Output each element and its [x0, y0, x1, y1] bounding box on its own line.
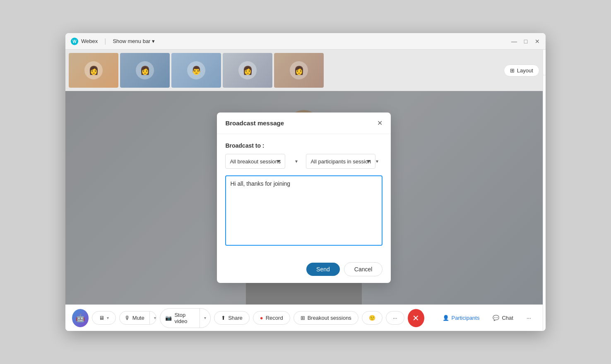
record-label: Record — [266, 315, 283, 321]
stop-video-button[interactable]: 📷 Stop video — [160, 309, 200, 328]
thumbnail-3[interactable]: 👨 — [171, 53, 221, 88]
video-options-button[interactable]: ▾ — [200, 312, 210, 323]
main-content: 👩 👩 👨 👩 👩 ⊞ Layout — [65, 50, 546, 331]
share-label: Share — [228, 315, 243, 321]
menu-label: Show menu bar — [113, 38, 150, 44]
session-select-wrapper: All breakout sessions — [225, 154, 302, 169]
chat-icon: 💬 — [493, 315, 499, 321]
svg-text:W: W — [72, 39, 77, 44]
message-textarea[interactable]: Hi all, thanks for joining — [225, 175, 382, 246]
breakout-button[interactable]: ⊞ Breakout sessions — [293, 311, 358, 325]
modal-body: Broadcast to : All breakout sessions — [217, 134, 391, 256]
person-face-icon: 👩 — [136, 61, 154, 79]
emoji-icon: 🙂 — [369, 315, 375, 321]
record-icon: ● — [260, 315, 263, 321]
mute-control: 🎙 Mute ▾ — [119, 311, 157, 325]
participants-button[interactable]: 👤 Participants — [438, 311, 485, 324]
main-window: W Webex | Show menu bar ▾ — □ ✕ 👩 👩 — [65, 33, 546, 331]
toolbar: 🤖 🖥 ▾ 🎙 Mute ▾ 📷 Stop video — [65, 304, 543, 331]
person-face-icon: 👨 — [187, 61, 205, 79]
window-controls: — □ ✕ — [511, 38, 541, 45]
chat-label: Chat — [502, 315, 513, 321]
participant-select[interactable]: All participants in session — [306, 154, 375, 169]
modal-header: Broadcast message ✕ — [217, 113, 391, 134]
cancel-button[interactable]: Cancel — [344, 262, 383, 276]
modal-title: Broadcast message — [225, 120, 284, 127]
modal-overlay: Broadcast message ✕ Broadcast to : All b… — [65, 91, 543, 304]
layout-button[interactable]: ⊞ Layout — [504, 65, 539, 77]
minimize-button[interactable]: — — [511, 38, 517, 45]
session-select[interactable]: All breakout sessions — [225, 154, 285, 169]
session-group-3: ▾ Ask Marc (2/2) Join MG Marcus Grey CM … — [543, 181, 546, 224]
layout-icon: ⊞ — [510, 67, 515, 74]
more-icon: ··· — [393, 315, 397, 321]
broadcast-modal: Broadcast message ✕ Broadcast to : All b… — [217, 113, 391, 283]
sidebar-search-area: ≡ — [543, 75, 546, 94]
video-icon: 📷 — [165, 315, 172, 321]
modal-close-button[interactable]: ✕ — [377, 119, 382, 127]
toolbar-right: 👤 Participants 💬 Chat ··· — [438, 311, 536, 324]
breakout-label: Breakout sessions — [308, 315, 351, 321]
sidebar: ▾ Participants (15) ⊔ ✕ Main meeting Bre… — [543, 50, 546, 331]
thumbnail-2[interactable]: 👩 — [120, 53, 170, 88]
title-divider: | — [104, 38, 106, 45]
ai-button[interactable]: 🤖 — [72, 309, 89, 327]
thumbnail-5[interactable]: 👩 — [274, 53, 324, 88]
participants-list: ▾ Section Discussion (2/2) Join MR Maria… — [543, 94, 546, 331]
more-button[interactable]: ··· — [386, 311, 404, 325]
app-name: Webex — [81, 38, 98, 44]
more-right-button[interactable]: ··· — [522, 311, 536, 324]
more-right-icon: ··· — [527, 315, 531, 321]
webex-logo-icon: W — [70, 37, 79, 46]
emoji-button[interactable]: 🙂 — [362, 311, 382, 325]
video-display-arrow-icon: ▾ — [107, 316, 109, 320]
layout-label: Layout — [517, 67, 533, 74]
share-button[interactable]: ⬆ Share — [214, 311, 250, 325]
person-face-icon: 👩 — [290, 61, 308, 79]
session-group-1: ▾ Section Discussion (2/2) Join MR Maria… — [543, 96, 546, 139]
menu-chevron-icon: ▾ — [152, 38, 155, 44]
sidebar-tabs: Main meeting Breakout sessions — [543, 61, 546, 75]
close-button[interactable]: ✕ — [534, 38, 541, 45]
participants-label: Participants — [452, 315, 480, 321]
maximize-button[interactable]: □ — [522, 38, 529, 45]
modal-footer: Send Cancel — [217, 256, 391, 283]
mute-options-button[interactable]: ▾ — [150, 312, 157, 323]
mute-button[interactable]: 🎙 Mute — [120, 311, 150, 324]
mute-icon: 🎙 — [125, 315, 130, 321]
video-display-icon: 🖥 — [99, 315, 104, 321]
end-call-button[interactable]: ✕ — [408, 309, 424, 327]
send-button[interactable]: Send — [306, 263, 340, 276]
person-face-icon: 👩 — [84, 61, 103, 79]
session-group-2: ▾ Shared Resources (2/2) Join DL David L… — [543, 139, 546, 181]
show-menu-button[interactable]: Show menu bar ▾ — [113, 38, 155, 44]
record-button[interactable]: ● Record — [253, 311, 290, 325]
mute-label: Mute — [132, 315, 144, 321]
participant-select-wrapper: All participants in session — [306, 154, 382, 169]
broadcast-label: Broadcast to : — [225, 142, 382, 149]
chat-button[interactable]: 💬 Chat — [488, 311, 518, 324]
video-control: 📷 Stop video ▾ — [160, 308, 211, 328]
end-call-icon: ✕ — [412, 313, 419, 323]
share-icon: ⬆ — [221, 315, 226, 321]
video-display-button[interactable]: 🖥 ▾ — [92, 311, 116, 325]
video-area: 👩 👩 👨 👩 👩 ⊞ Layout — [65, 50, 543, 331]
thumbnail-strip: 👩 👩 👨 👩 👩 ⊞ Layout — [65, 50, 543, 91]
participants-icon: 👤 — [443, 315, 449, 321]
thumbnail-4[interactable]: 👩 — [223, 53, 272, 88]
thumbnail-1[interactable]: 👩 — [69, 53, 118, 88]
broadcast-selects: All breakout sessions All participants i… — [225, 154, 382, 169]
sidebar-header: ▾ Participants (15) ⊔ ✕ — [543, 50, 546, 61]
titlebar: W Webex | Show menu bar ▾ — □ ✕ — [65, 33, 546, 50]
stop-video-label: Stop video — [174, 312, 195, 324]
breakout-icon: ⊞ — [301, 315, 305, 321]
main-video: Broadcast message ✕ Broadcast to : All b… — [65, 91, 543, 304]
person-face-icon: 👩 — [238, 61, 257, 79]
session-group-4: ▾ Visual Help (2/2) Join BB Brandon Burk… — [543, 224, 546, 266]
